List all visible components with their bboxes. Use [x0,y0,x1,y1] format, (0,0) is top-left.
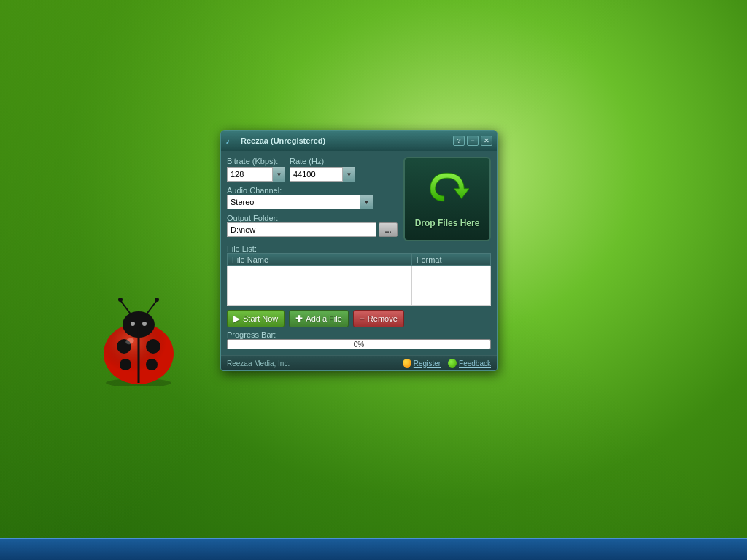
svg-line-11 [146,300,157,315]
col-filename: File Name [228,254,412,266]
progress-section: Progress Bar: 0% [227,330,491,349]
file-list-section: File List: File Name Format [227,244,491,306]
output-folder-input[interactable] [227,222,376,237]
svg-point-14 [131,322,135,326]
help-button[interactable]: ? [453,136,465,146]
top-section: Bitrate (Kbps): 64 96 128 160 192 256 32… [227,157,491,241]
bitrate-group: Bitrate (Kbps): 64 96 128 160 192 256 32… [227,157,285,182]
feedback-label: Feedback [459,359,491,368]
window-footer: Reezaa Media, Inc. Register Feedback [221,355,497,370]
register-link[interactable]: Register [403,359,441,368]
bitrate-select[interactable]: 64 96 128 160 192 256 320 [227,167,285,182]
rate-group: Rate (Hz): 22050 32000 44100 48000 ▼ [290,157,355,182]
taskbar [0,538,747,560]
audio-channel-select-wrapper: Mono Stereo Joint Stereo ▼ [227,195,373,209]
window-content: Bitrate (Kbps): 64 96 128 160 192 256 32… [221,151,497,355]
svg-line-10 [120,300,131,315]
brand-text: Reezaa Media, Inc. [227,359,290,368]
file-name-cell [228,292,412,306]
svg-point-15 [142,322,147,326]
window-title: Reezaa (Unregistered) [241,136,325,145]
bitrate-label: Bitrate (Kbps): [227,157,285,166]
buttons-row: ▶ Start Now ✚ Add a File − Remove [227,310,491,327]
progress-track: 0% [227,339,491,349]
start-now-button[interactable]: ▶ Start Now [227,310,285,327]
file-format-cell [411,292,490,306]
rate-select[interactable]: 22050 32000 44100 48000 [290,167,355,182]
register-icon [403,359,411,368]
progress-label: Progress Bar: [227,330,276,339]
rate-select-wrapper: 22050 32000 44100 48000 ▼ [290,167,355,182]
add-icon: ✚ [295,314,303,323]
settings-panel: Bitrate (Kbps): 64 96 128 160 192 256 32… [227,157,398,241]
bitrate-rate-row: Bitrate (Kbps): 64 96 128 160 192 256 32… [227,157,398,182]
file-name-cell [228,279,412,292]
audio-channel-row: Audio Channel: Mono Stereo Joint Stereo … [227,186,398,209]
browse-button[interactable]: ... [379,222,398,237]
progress-text: 0% [354,341,364,349]
add-label: Add a File [306,314,342,323]
table-row [228,292,491,306]
file-list-label: File List: [227,244,257,253]
audio-channel-label: Audio Channel: [227,186,282,195]
titlebar: ♪ Reezaa (Unregistered) ? − ✕ [221,131,497,151]
remove-icon: − [360,314,365,323]
app-window: ♪ Reezaa (Unregistered) ? − ✕ Bitrate (K… [220,130,498,371]
file-name-cell [228,266,412,279]
app-icon: ♪ [225,135,237,147]
bitrate-select-wrapper: 64 96 128 160 192 256 320 ▼ [227,167,285,182]
start-label: Start Now [243,314,278,323]
drop-arrow-icon [425,170,469,214]
file-format-cell [411,279,490,292]
audio-channel-select[interactable]: Mono Stereo Joint Stereo [227,195,373,209]
drop-zone[interactable]: Drop Files Here [403,157,491,241]
minimize-button[interactable]: − [467,136,479,146]
table-row [228,266,491,279]
titlebar-controls: ? − ✕ [453,136,492,146]
svg-point-7 [120,359,131,370]
footer-links: Register Feedback [403,359,491,368]
titlebar-left: ♪ Reezaa (Unregistered) [225,135,325,147]
close-button[interactable]: ✕ [481,136,492,146]
add-file-button[interactable]: ✚ Add a File [289,310,349,327]
register-label: Register [414,359,441,368]
ladybug-decoration [88,292,190,386]
table-row [228,279,491,292]
feedback-link[interactable]: Feedback [448,359,491,368]
output-folder-label: Output Folder: [227,214,278,222]
file-format-cell [411,266,490,279]
file-table: File Name Format [227,253,491,306]
svg-point-12 [118,298,123,302]
output-folder-row: Output Folder: ... [227,214,398,237]
remove-label: Remove [368,314,398,323]
feedback-icon [448,359,457,368]
folder-input-row: ... [227,222,398,237]
remove-button[interactable]: − Remove [353,310,404,327]
svg-point-6 [146,339,160,354]
start-icon: ▶ [233,314,240,323]
svg-point-13 [155,298,159,302]
col-format: Format [411,254,490,266]
rate-label: Rate (Hz): [290,157,355,166]
svg-point-8 [146,359,158,370]
drop-zone-label: Drop Files Here [415,218,480,228]
